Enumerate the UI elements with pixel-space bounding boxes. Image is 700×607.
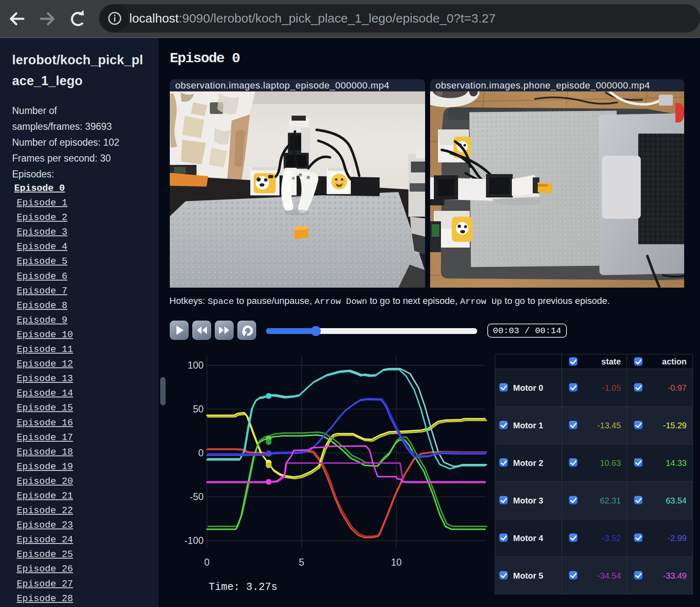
svg-text:10: 10 bbox=[391, 557, 402, 568]
svg-text:50: 50 bbox=[193, 404, 204, 415]
svg-text:0: 0 bbox=[204, 557, 210, 568]
svg-text:0: 0 bbox=[198, 448, 204, 458]
svg-text:-100: -100 bbox=[184, 535, 204, 546]
svg-text:100: 100 bbox=[188, 360, 204, 371]
svg-text:-50: -50 bbox=[190, 491, 204, 502]
svg-text:5: 5 bbox=[299, 557, 305, 568]
svg-text:Time: 3.27s: Time: 3.27s bbox=[209, 581, 277, 593]
